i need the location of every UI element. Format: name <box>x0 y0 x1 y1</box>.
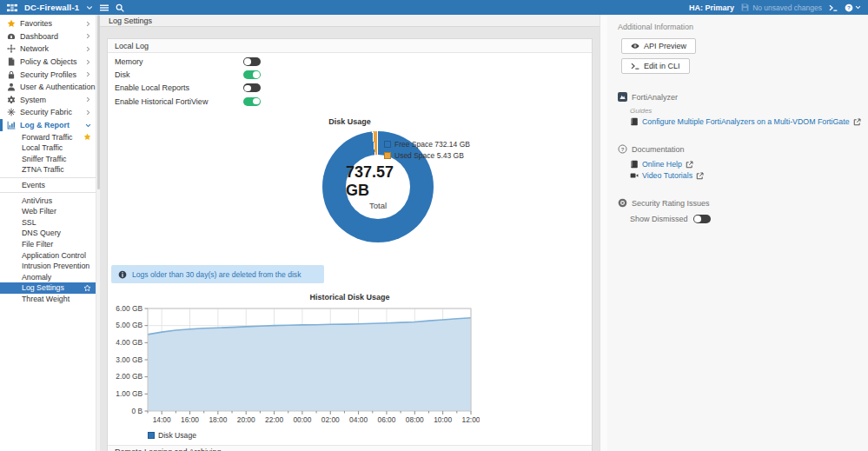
device-name-selector[interactable]: DC-Firewall-1 <box>24 3 79 12</box>
content-scrollbar[interactable] <box>600 15 607 451</box>
svg-text:?: ? <box>621 147 625 152</box>
info-banner: Logs older than 30 day(s) are deleted fr… <box>111 265 324 283</box>
edit-in-cli-button[interactable]: Edit in CLI <box>621 58 690 74</box>
additional-info-panel: Additional Information API Preview Edit … <box>607 15 868 451</box>
star-icon[interactable] <box>83 133 91 141</box>
sidebar-scrollbar[interactable] <box>96 15 100 451</box>
memory-toggle[interactable] <box>243 57 261 66</box>
sidebar-item-sniffer-traffic[interactable]: Sniffer Traffic <box>0 154 96 165</box>
chevron-down-icon <box>855 4 861 10</box>
disk-toggle[interactable] <box>243 70 261 79</box>
documentation-title: Documentation <box>632 145 685 154</box>
sidebar-item-label: ZTNA Traffic <box>22 165 64 174</box>
sidebar-item-label: Security Fabric <box>20 108 72 116</box>
sidebar-item-security-fabric[interactable]: Security Fabric <box>0 106 96 119</box>
sidebar-item-label: System <box>20 96 46 104</box>
svg-text:22:00: 22:00 <box>265 415 283 424</box>
sidebar-item-antivirus[interactable]: AntiVirus <box>0 195 96 206</box>
ha-status: HA: Primary <box>689 3 734 12</box>
legend-label: Used Space 5.43 GB <box>394 151 464 160</box>
disk-usage-chart-title: Disk Usage <box>108 117 592 126</box>
sidebar-item-ssl[interactable]: SSL <box>0 217 96 229</box>
sidebar-item-system[interactable]: System <box>0 94 96 107</box>
star-outline-icon[interactable] <box>83 284 91 292</box>
sidebar-item-ztna-traffic[interactable]: ZTNA Traffic <box>0 164 96 176</box>
book-icon <box>630 160 639 169</box>
additional-info-header: Additional Information <box>618 23 858 31</box>
sidebar-item-policy-objects[interactable]: Policy & Objects <box>0 56 96 69</box>
svg-text:4.00 GB: 4.00 GB <box>116 338 142 347</box>
video-tutorials-link[interactable]: Video Tutorials <box>642 171 692 180</box>
fortianalyzer-icon <box>618 92 627 102</box>
search-icon[interactable] <box>116 3 124 12</box>
sidebar-item-log-settings[interactable]: Log Settings <box>0 282 96 294</box>
historical-chart-legend: Disk Usage <box>148 431 592 440</box>
sidebar-item-dashboard[interactable]: Dashboard <box>0 30 96 43</box>
svg-text:02:00: 02:00 <box>321 415 340 424</box>
cli-console-icon[interactable] <box>829 3 838 12</box>
sidebar-item-file-filter[interactable]: File Filter <box>0 239 96 250</box>
sidebar-item-anomaly[interactable]: Anomaly <box>0 271 96 282</box>
online-help-link[interactable]: Online Help <box>642 160 682 169</box>
legend-label: Free Space 732.14 GB <box>394 140 470 149</box>
sidebar-item-label: Forward Traffic <box>22 133 73 142</box>
svg-text:1.00 GB: 1.00 GB <box>116 389 142 398</box>
sidebar-item-threat-weight[interactable]: Threat Weight <box>0 294 96 305</box>
user-icon <box>7 83 16 91</box>
sidebar-item-local-traffic[interactable]: Local Traffic <box>0 143 96 154</box>
sidebar-item-label: Anomaly <box>22 273 51 282</box>
chart-icon <box>7 121 16 129</box>
fortinet-logo-icon <box>7 3 17 13</box>
external-link-icon <box>853 118 861 126</box>
show-dismissed-label: Show Dismissed <box>630 215 688 223</box>
enable-historical-fortiview-toggle[interactable] <box>243 97 261 106</box>
network-icon <box>7 44 16 53</box>
disk-label: Disk <box>115 70 243 79</box>
enable-historical-fortiview-label: Enable Historical FortiView <box>115 97 243 106</box>
legend-swatch <box>384 152 391 159</box>
sidebar-item-web-filter[interactable]: Web Filter <box>0 206 96 217</box>
sidebar-item-application-control[interactable]: Application Control <box>0 249 96 261</box>
svg-text:0 B: 0 B <box>131 407 142 415</box>
legend-item: Free Space 732.14 GB <box>384 140 470 149</box>
setting-row: Enable Local Reports <box>108 82 592 95</box>
help-menu[interactable]: ? <box>845 3 861 12</box>
sidebar-item-user-authentication[interactable]: User & Authentication <box>0 81 96 94</box>
sidebar-item-dns-query[interactable]: DNS Query <box>0 228 96 239</box>
sidebar-item-security-profiles[interactable]: Security Profiles <box>0 68 96 81</box>
enable-local-reports-toggle[interactable] <box>243 83 261 92</box>
faz-guide-link[interactable]: Configure Multiple FortiAnalyzers on a M… <box>642 117 850 126</box>
sidebar-item-log-report[interactable]: Log & Report <box>0 119 96 132</box>
sidebar-item-label: Local Traffic <box>22 143 63 152</box>
historical-chart-title: Historical Disk Usage <box>108 293 592 302</box>
sidebar-item-intrusion-prevention[interactable]: Intrusion Prevention <box>0 261 96 272</box>
sidebar-item-network[interactable]: Network <box>0 43 96 56</box>
svg-text:3.00 GB: 3.00 GB <box>116 355 142 364</box>
security-rating-title: Security Rating Issues <box>632 199 710 208</box>
legend-swatch <box>384 141 391 148</box>
disk-usage-chart: 737.57 GB Total Free Space 732.14 GBUsed… <box>108 129 592 251</box>
breadcrumb-label: Log Settings <box>109 17 152 25</box>
gear-icon <box>7 96 16 104</box>
chevron-right-icon <box>85 21 91 27</box>
sidebar-item-forward-traffic[interactable]: Forward Traffic <box>0 131 96 143</box>
unsaved-changes-label: No unsaved changes <box>752 3 822 12</box>
sidebar-item-events[interactable]: Events <box>0 180 96 191</box>
api-preview-label: API Preview <box>644 42 686 50</box>
sidebar-item-label: Network <box>20 44 49 53</box>
fortianalyzer-section: FortiAnalyzer Guides Configure Multiple … <box>618 92 858 126</box>
chevron-right-icon <box>85 59 91 65</box>
historical-disk-usage-chart: 0 B1.00 GB2.00 GB3.00 GB4.00 GB5.00 GB6.… <box>115 304 592 431</box>
sidebar-item-label: Intrusion Prevention <box>22 262 89 270</box>
chevron-down-icon[interactable] <box>86 4 93 11</box>
question-circle-icon: ? <box>618 144 627 154</box>
sidebar-item-favorites[interactable]: Favorites <box>0 17 96 30</box>
sidebar-divider <box>0 177 96 178</box>
disk-total-value: 737.57 GB <box>346 163 410 200</box>
svg-text:6.00 GB: 6.00 GB <box>116 304 142 313</box>
menu-icon[interactable] <box>100 3 109 12</box>
api-preview-button[interactable]: API Preview <box>621 38 696 54</box>
donut-center: 737.57 GB Total <box>346 155 410 219</box>
show-dismissed-toggle[interactable] <box>693 215 711 223</box>
security-rating-icon <box>618 198 627 208</box>
